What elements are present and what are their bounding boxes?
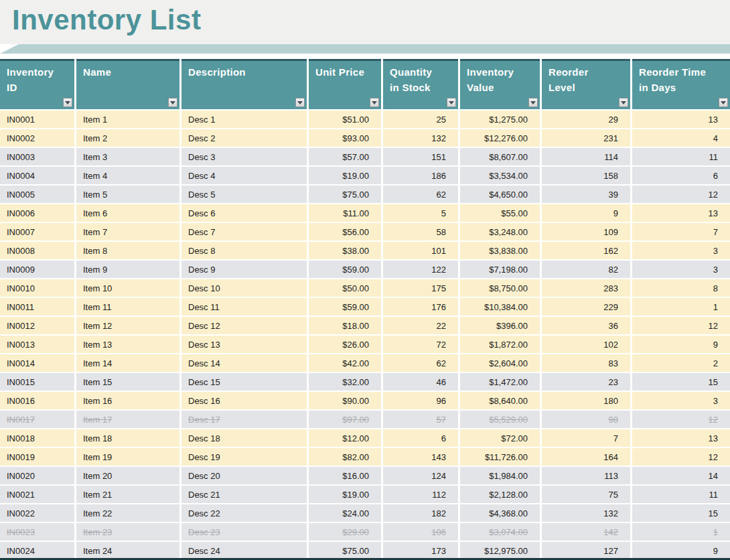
cell-inventory-value[interactable]: $3,534.00 <box>460 167 540 184</box>
cell-description[interactable]: Desc 17 <box>181 411 307 428</box>
cell-reorder-time-in-days[interactable]: 15 <box>632 504 730 522</box>
cell-unit-price[interactable]: $19.00 <box>309 167 381 184</box>
cell-inventory-value[interactable]: $12,276.00 <box>460 129 540 147</box>
cell-description[interactable]: Desc 22 <box>181 504 307 522</box>
cell-reorder-level[interactable]: 7 <box>542 429 630 447</box>
cell-inventory-value[interactable]: $12,975.00 <box>460 542 540 559</box>
cell-quantity-in-stock[interactable]: 62 <box>383 186 458 203</box>
cell-reorder-level[interactable]: 158 <box>542 167 630 184</box>
cell-reorder-level[interactable]: 83 <box>542 354 630 372</box>
cell-unit-price[interactable]: $29.00 <box>309 523 381 541</box>
cell-inventory-id[interactable]: IN0024 <box>0 542 74 559</box>
cell-description[interactable]: Desc 19 <box>181 448 307 466</box>
cell-inventory-id[interactable]: IN0005 <box>0 186 74 203</box>
cell-name[interactable]: Item 13 <box>76 336 179 353</box>
cell-quantity-in-stock[interactable]: 72 <box>383 336 458 353</box>
cell-reorder-time-in-days[interactable]: 9 <box>632 542 730 559</box>
cell-quantity-in-stock[interactable]: 25 <box>383 111 458 128</box>
cell-reorder-time-in-days[interactable]: 12 <box>632 186 730 203</box>
cell-inventory-id[interactable]: IN0018 <box>0 429 74 447</box>
cell-reorder-level[interactable]: 162 <box>542 242 630 259</box>
cell-description[interactable]: Desc 12 <box>181 317 307 334</box>
cell-description[interactable]: Desc 6 <box>181 204 307 222</box>
cell-inventory-value[interactable]: $10,384.00 <box>460 298 540 316</box>
cell-reorder-level[interactable]: 231 <box>542 129 630 147</box>
cell-reorder-level[interactable]: 102 <box>542 336 630 353</box>
cell-description[interactable]: Desc 10 <box>181 279 307 297</box>
column-header-quantity-in-stock[interactable]: Quantity in Stock <box>383 59 458 109</box>
cell-reorder-level[interactable]: 142 <box>542 523 630 541</box>
cell-unit-price[interactable]: $75.00 <box>309 186 381 203</box>
cell-inventory-value[interactable]: $4,650.00 <box>460 186 540 203</box>
cell-unit-price[interactable]: $42.00 <box>309 354 381 372</box>
cell-reorder-time-in-days[interactable]: 12 <box>632 448 730 466</box>
cell-inventory-id[interactable]: IN0013 <box>0 336 74 353</box>
cell-description[interactable]: Desc 14 <box>181 354 307 372</box>
cell-name[interactable]: Item 12 <box>76 317 179 334</box>
cell-inventory-id[interactable]: IN0023 <box>0 523 74 541</box>
cell-name[interactable]: Item 18 <box>76 429 179 447</box>
cell-reorder-level[interactable]: 36 <box>542 317 630 334</box>
cell-unit-price[interactable]: $12.00 <box>309 429 381 447</box>
cell-reorder-level[interactable]: 9 <box>542 204 630 222</box>
cell-inventory-value[interactable]: $396.00 <box>460 317 540 334</box>
cell-reorder-time-in-days[interactable]: 8 <box>632 279 730 297</box>
cell-name[interactable]: Item 16 <box>76 392 179 409</box>
cell-inventory-id[interactable]: IN0019 <box>0 448 74 466</box>
cell-name[interactable]: Item 1 <box>76 111 179 128</box>
column-header-description[interactable]: Description <box>181 59 307 109</box>
cell-name[interactable]: Item 15 <box>76 373 179 391</box>
cell-name[interactable]: Item 5 <box>76 186 179 203</box>
cell-reorder-level[interactable]: 283 <box>542 279 630 297</box>
cell-inventory-id[interactable]: IN0014 <box>0 354 74 372</box>
cell-description[interactable]: Desc 16 <box>181 392 307 409</box>
column-header-name[interactable]: Name <box>76 59 179 109</box>
filter-dropdown-button[interactable] <box>528 98 538 107</box>
cell-name[interactable]: Item 4 <box>76 167 179 184</box>
cell-description[interactable]: Desc 15 <box>181 373 307 391</box>
cell-inventory-value[interactable]: $3,838.00 <box>460 242 540 259</box>
cell-name[interactable]: Item 2 <box>76 129 179 147</box>
cell-description[interactable]: Desc 5 <box>181 186 307 203</box>
cell-description[interactable]: Desc 9 <box>181 261 307 278</box>
cell-reorder-level[interactable]: 29 <box>542 111 630 128</box>
cell-inventory-id[interactable]: IN0001 <box>0 111 74 128</box>
cell-name[interactable]: Item 11 <box>76 298 179 316</box>
filter-dropdown-button[interactable] <box>370 98 379 107</box>
cell-inventory-value[interactable]: $1,872.00 <box>460 336 540 353</box>
cell-unit-price[interactable]: $51.00 <box>309 111 381 128</box>
cell-inventory-value[interactable]: $2,128.00 <box>460 486 540 503</box>
cell-reorder-time-in-days[interactable]: 7 <box>632 223 730 240</box>
cell-reorder-time-in-days[interactable]: 9 <box>632 336 730 353</box>
cell-name[interactable]: Item 19 <box>76 448 179 466</box>
filter-dropdown-button[interactable] <box>168 98 177 107</box>
cell-unit-price[interactable]: $57.00 <box>309 148 381 165</box>
cell-unit-price[interactable]: $50.00 <box>309 279 381 297</box>
cell-reorder-level[interactable]: 109 <box>542 223 630 240</box>
cell-inventory-value[interactable]: $5,529.00 <box>460 411 540 428</box>
filter-dropdown-button[interactable] <box>447 98 456 107</box>
cell-quantity-in-stock[interactable]: 46 <box>383 373 458 391</box>
cell-inventory-value[interactable]: $3,248.00 <box>460 223 540 240</box>
cell-quantity-in-stock[interactable]: 101 <box>383 242 458 259</box>
cell-name[interactable]: Item 8 <box>76 242 179 259</box>
cell-name[interactable]: Item 24 <box>76 542 179 559</box>
cell-quantity-in-stock[interactable]: 6 <box>383 429 458 447</box>
cell-name[interactable]: Item 10 <box>76 279 179 297</box>
cell-inventory-id[interactable]: IN0004 <box>0 167 74 184</box>
column-header-inventory-value[interactable]: Inventory Value <box>460 59 540 109</box>
cell-reorder-time-in-days[interactable]: 14 <box>632 467 730 484</box>
cell-reorder-level[interactable]: 127 <box>542 542 630 559</box>
cell-name[interactable]: Item 17 <box>76 411 179 428</box>
cell-unit-price[interactable]: $19.00 <box>309 486 381 503</box>
cell-reorder-time-in-days[interactable]: 6 <box>632 167 730 184</box>
cell-inventory-id[interactable]: IN0011 <box>0 298 74 316</box>
cell-reorder-time-in-days[interactable]: 13 <box>632 429 730 447</box>
cell-reorder-time-in-days[interactable]: 13 <box>632 111 730 128</box>
cell-inventory-value[interactable]: $8,607.00 <box>460 148 540 165</box>
cell-reorder-level[interactable]: 113 <box>542 467 630 484</box>
cell-inventory-id[interactable]: IN0008 <box>0 242 74 259</box>
cell-reorder-time-in-days[interactable]: 1 <box>632 298 730 316</box>
cell-description[interactable]: Desc 2 <box>181 129 307 147</box>
cell-quantity-in-stock[interactable]: 106 <box>383 523 458 541</box>
